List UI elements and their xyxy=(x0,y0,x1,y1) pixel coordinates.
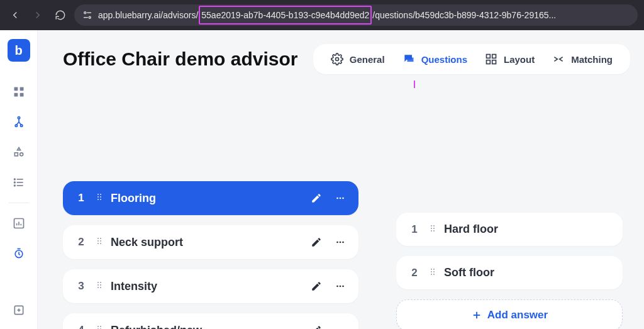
question-title: Intensity xyxy=(111,280,309,293)
svg-point-39 xyxy=(342,198,344,199)
url-segment-suffix: /questions/b459dc3b-b899-4312-9b76-29165… xyxy=(372,10,556,20)
tab-questions-label: Questions xyxy=(421,54,467,65)
tab-matching-label: Matching xyxy=(571,54,613,65)
app-logo[interactable]: b xyxy=(8,39,30,62)
svg-point-59 xyxy=(100,326,101,327)
svg-point-15 xyxy=(14,182,15,183)
url-segment-highlight: 55ae2019-ab7b-4405-b193-c9e4b4dd9ed2 xyxy=(199,6,372,25)
add-answer-label: Add answer xyxy=(487,309,548,321)
more-icon[interactable] xyxy=(333,323,347,329)
url-bar[interactable]: app.bluebarry.ai/advisors/55ae2019-ab7b-… xyxy=(74,4,638,26)
answer-title: Soft floor xyxy=(444,266,611,279)
sidebar: b xyxy=(0,30,38,329)
grid-icon[interactable] xyxy=(6,79,31,104)
svg-point-41 xyxy=(100,238,101,239)
header-row: Office Chair demo advisor General Questi… xyxy=(63,44,630,74)
clock-icon[interactable] xyxy=(6,241,31,266)
svg-point-67 xyxy=(431,225,432,226)
drag-handle-icon[interactable] xyxy=(428,223,438,236)
more-icon[interactable] xyxy=(333,191,347,205)
svg-point-10 xyxy=(19,153,23,156)
svg-point-76 xyxy=(433,270,435,272)
drag-handle-icon[interactable] xyxy=(94,192,104,204)
svg-point-70 xyxy=(433,227,435,228)
question-title: Neck support xyxy=(111,236,309,249)
svg-point-53 xyxy=(97,287,99,288)
svg-point-36 xyxy=(100,199,101,200)
svg-point-40 xyxy=(97,238,99,239)
url-segment-prefix: app.bluebarry.ai/advisors/ xyxy=(98,10,198,20)
shapes-icon[interactable] xyxy=(6,140,31,165)
answer-item[interactable]: 2 Soft floor xyxy=(396,256,623,289)
main-content: Office Chair demo advisor General Questi… xyxy=(38,30,644,329)
url-text: app.bluebarry.ai/advisors/55ae2019-ab7b-… xyxy=(98,6,556,25)
reload-button[interactable] xyxy=(52,6,69,24)
question-item[interactable]: 1 Flooring xyxy=(63,181,358,215)
svg-point-52 xyxy=(100,284,101,286)
svg-point-49 xyxy=(97,282,99,283)
drag-handle-icon[interactable] xyxy=(94,236,104,248)
svg-point-46 xyxy=(336,242,338,243)
forward-button[interactable] xyxy=(29,6,47,24)
question-item[interactable]: 3 Intensity xyxy=(63,269,358,303)
drag-handle-icon[interactable] xyxy=(94,324,104,329)
svg-point-68 xyxy=(433,225,435,226)
edit-icon[interactable] xyxy=(309,279,323,293)
svg-rect-27 xyxy=(486,55,490,59)
question-item[interactable]: 2 Neck support xyxy=(63,225,358,259)
answer-number: 1 xyxy=(408,223,421,236)
answer-number: 2 xyxy=(408,267,421,279)
gear-icon xyxy=(331,53,343,65)
edit-icon[interactable] xyxy=(309,191,323,205)
browser-chrome-bar: app.bluebarry.ai/advisors/55ae2019-ab7b-… xyxy=(0,0,644,30)
svg-point-55 xyxy=(336,286,338,287)
svg-rect-30 xyxy=(492,60,496,64)
chart-icon[interactable] xyxy=(6,211,31,236)
question-item[interactable]: 4 Refurbished/new xyxy=(63,313,358,329)
question-number: 3 xyxy=(74,280,88,293)
svg-point-8 xyxy=(20,125,22,126)
tab-layout[interactable]: Layout xyxy=(485,53,535,65)
tab-questions[interactable]: Questions xyxy=(402,53,467,65)
more-icon[interactable] xyxy=(333,235,347,249)
back-button[interactable] xyxy=(6,6,24,24)
site-settings-icon[interactable] xyxy=(82,9,93,21)
sidebar-divider xyxy=(9,203,29,203)
svg-point-38 xyxy=(340,198,341,199)
question-title: Flooring xyxy=(111,192,309,205)
svg-point-50 xyxy=(100,282,101,283)
svg-point-69 xyxy=(431,227,432,228)
svg-point-44 xyxy=(97,243,99,244)
branch-icon[interactable] xyxy=(6,109,31,135)
edit-icon[interactable] xyxy=(309,235,323,249)
edit-icon[interactable] xyxy=(309,323,323,329)
add-answer-button[interactable]: Add answer xyxy=(396,299,623,329)
svg-point-73 xyxy=(431,268,432,269)
svg-point-35 xyxy=(97,199,99,200)
list-icon[interactable] xyxy=(6,170,31,195)
svg-point-71 xyxy=(431,230,432,231)
tab-general[interactable]: General xyxy=(331,53,385,65)
tab-matching[interactable]: Matching xyxy=(552,53,613,65)
svg-point-34 xyxy=(100,196,101,198)
more-icon[interactable] xyxy=(333,279,347,293)
svg-point-56 xyxy=(340,286,341,287)
question-title: Refurbished/new xyxy=(111,324,309,330)
drag-handle-icon[interactable] xyxy=(428,267,438,279)
svg-point-58 xyxy=(97,326,99,327)
svg-rect-9 xyxy=(14,153,18,156)
layout-icon xyxy=(485,53,497,65)
answer-title: Hard floor xyxy=(444,223,611,236)
tab-general-label: General xyxy=(350,54,385,65)
drag-handle-icon[interactable] xyxy=(94,280,104,293)
svg-point-54 xyxy=(100,287,101,288)
svg-point-75 xyxy=(431,270,432,272)
svg-rect-29 xyxy=(486,60,490,64)
question-number: 1 xyxy=(74,192,88,204)
svg-point-78 xyxy=(433,273,435,274)
answer-item[interactable]: 1 Hard floor xyxy=(396,213,623,246)
chat-icon xyxy=(402,53,415,65)
svg-point-14 xyxy=(14,179,15,180)
svg-point-6 xyxy=(18,117,19,119)
plus-box-icon[interactable] xyxy=(6,298,31,323)
